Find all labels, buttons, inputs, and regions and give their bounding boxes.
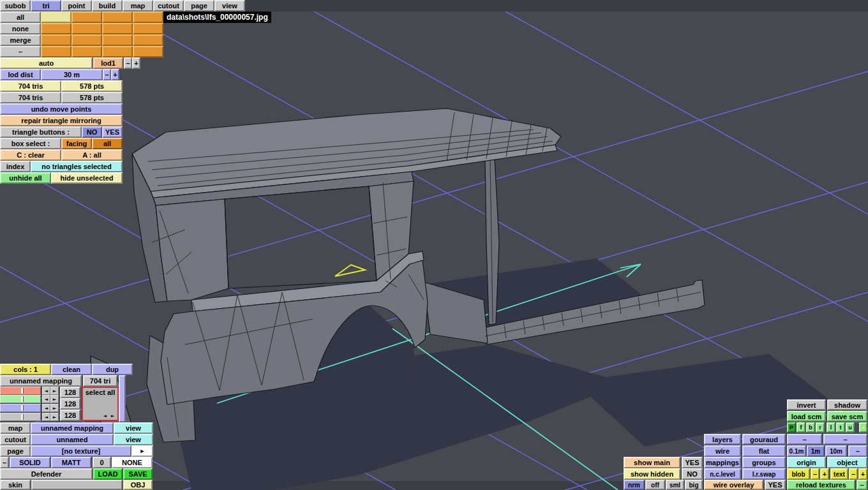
slider-handle[interactable] [21, 396, 24, 402]
subob-merge-button[interactable]: merge [0, 34, 41, 46]
cols-button[interactable]: cols : 1 [0, 364, 51, 375]
tab-tri[interactable]: tri [31, 0, 61, 11]
subobject-cell[interactable] [133, 11, 163, 23]
object-button[interactable]: object [827, 457, 867, 468]
show-main-yes[interactable]: YES [682, 457, 703, 468]
blob-plus-button[interactable]: + [820, 468, 829, 480]
lr-swap-button[interactable]: l.r.swap [742, 468, 786, 480]
minus-button[interactable]: – [823, 434, 867, 445]
map-view-button[interactable]: view [114, 422, 153, 434]
page-next-icon[interactable]: ► [131, 445, 153, 457]
select-all-box[interactable]: select all ◄ ► [82, 387, 119, 421]
slider-handle[interactable] [21, 414, 24, 420]
nc-level-button[interactable]: n.c.level [704, 468, 741, 480]
tab-view[interactable]: view [214, 0, 245, 11]
matt-button[interactable]: MATT [51, 457, 91, 468]
green-slider[interactable] [0, 395, 41, 403]
snap-10m-button[interactable]: 10m [825, 445, 847, 457]
lod-plus-button[interactable]: + [132, 57, 140, 69]
subobject-cell[interactable] [71, 11, 102, 23]
solid-button[interactable]: SOLID [10, 457, 50, 468]
right-arrow-icon[interactable]: ► [50, 413, 59, 421]
projection-f-button[interactable]: f [797, 422, 805, 433]
box-select-facing[interactable]: facing [61, 138, 92, 149]
load-scm-button[interactable]: load scm [787, 411, 826, 422]
projection-u-button[interactable]: u [846, 422, 855, 433]
subobject-cell-selected[interactable] [41, 11, 71, 23]
subob-all-button[interactable]: all [0, 11, 41, 23]
green-value[interactable]: 128 [60, 398, 80, 410]
save-scm-button[interactable]: save scm [827, 411, 867, 422]
mapping-scrollbar[interactable] [119, 375, 126, 422]
wire-overlay-button[interactable]: wire overlay [704, 480, 763, 490]
tab-page[interactable]: page [184, 0, 214, 11]
save-button[interactable]: SAVE [123, 468, 153, 480]
a-all-button[interactable]: A : all [61, 149, 123, 161]
snap-minus-button[interactable]: – [848, 445, 867, 457]
projection-p-button[interactable]: P [787, 422, 796, 433]
tab-cutout[interactable]: cutout [153, 0, 184, 11]
snap-1m-button[interactable]: 1m [807, 445, 825, 457]
wire-overlay-yes[interactable]: YES [765, 480, 786, 490]
text-button[interactable]: text [830, 468, 848, 480]
gouraud-button[interactable]: gouraud [742, 434, 786, 445]
wire-button[interactable]: wire [704, 445, 741, 457]
left-arrow-icon[interactable]: ◄ [42, 387, 50, 395]
nrm-big-button[interactable]: big [685, 480, 703, 490]
select-all-label[interactable]: select all [83, 389, 117, 396]
groups-button[interactable]: groups [742, 457, 786, 468]
skin-button[interactable]: skin [0, 480, 31, 490]
slider-handle[interactable] [21, 405, 24, 411]
triangle-buttons-no[interactable]: NO [82, 126, 102, 138]
lod-auto-button[interactable]: auto [0, 57, 93, 69]
subobject-cell[interactable] [41, 34, 71, 46]
unhide-all-button[interactable]: unhide all [0, 172, 51, 184]
subobject-cell[interactable] [102, 11, 133, 23]
invert-button[interactable]: invert [787, 399, 826, 410]
load-button[interactable]: LOAD [93, 468, 123, 480]
projection-t-button[interactable]: t [836, 422, 845, 433]
text-plus-button[interactable]: + [858, 468, 867, 480]
snap-01m-button[interactable]: 0.1m [787, 445, 806, 457]
subobject-cell[interactable] [102, 34, 133, 46]
red-slider[interactable] [0, 387, 41, 395]
blob-button[interactable]: blob [787, 468, 810, 480]
box-select-all[interactable]: all [92, 138, 123, 149]
repair-triangle-mirroring-button[interactable]: repair triangle mirroring [0, 115, 123, 126]
right-arrow-icon[interactable]: ► [50, 395, 59, 403]
right-arrow-icon[interactable]: ► [108, 412, 117, 420]
show-main-button[interactable]: show main [624, 457, 680, 468]
slider-handle[interactable] [21, 388, 24, 394]
red-value[interactable]: 128 [60, 387, 80, 398]
page-texture-button[interactable]: [no texture] [31, 445, 131, 457]
flat-button[interactable]: flat [742, 445, 786, 457]
subobject-cell[interactable] [71, 34, 102, 46]
subobject-cell[interactable] [133, 23, 163, 34]
right-arrow-icon[interactable]: ► [50, 387, 59, 395]
model-name-button[interactable]: Defender [0, 468, 93, 480]
tab-map[interactable]: map [123, 0, 153, 11]
c-clear-button[interactable]: C : clear [0, 149, 61, 161]
left-arrow-icon[interactable]: ◄ [42, 404, 50, 412]
nrm-button[interactable]: nrm [624, 480, 645, 490]
blue-value[interactable]: 128 [60, 410, 80, 421]
material-zero[interactable]: 0 [93, 457, 111, 468]
text-minus-button[interactable]: – [849, 468, 858, 480]
projection-r-button[interactable]: r [816, 422, 825, 433]
show-hidden-no[interactable]: NO [682, 468, 703, 480]
projection-b-button[interactable]: b [806, 422, 815, 433]
undo-move-points-button[interactable]: undo move points [0, 103, 123, 115]
triangle-buttons-yes[interactable]: YES [102, 126, 123, 138]
subobject-cell[interactable] [102, 46, 133, 57]
tab-subob[interactable]: subob [0, 0, 31, 11]
map-name-button[interactable]: unnamed mapping [31, 422, 114, 434]
subobject-cell[interactable] [133, 34, 163, 46]
lod1-button[interactable]: lod1 [93, 57, 123, 69]
obj-button[interactable]: OBJ [123, 480, 153, 490]
nrm-off-button[interactable]: off [645, 480, 665, 490]
subobject-cell[interactable] [71, 46, 102, 57]
material-minus-button[interactable]: – [0, 457, 9, 468]
skin-name-field[interactable] [31, 480, 123, 490]
mappings-button[interactable]: mappings [704, 457, 741, 468]
left-arrow-icon[interactable]: ◄ [42, 413, 50, 421]
